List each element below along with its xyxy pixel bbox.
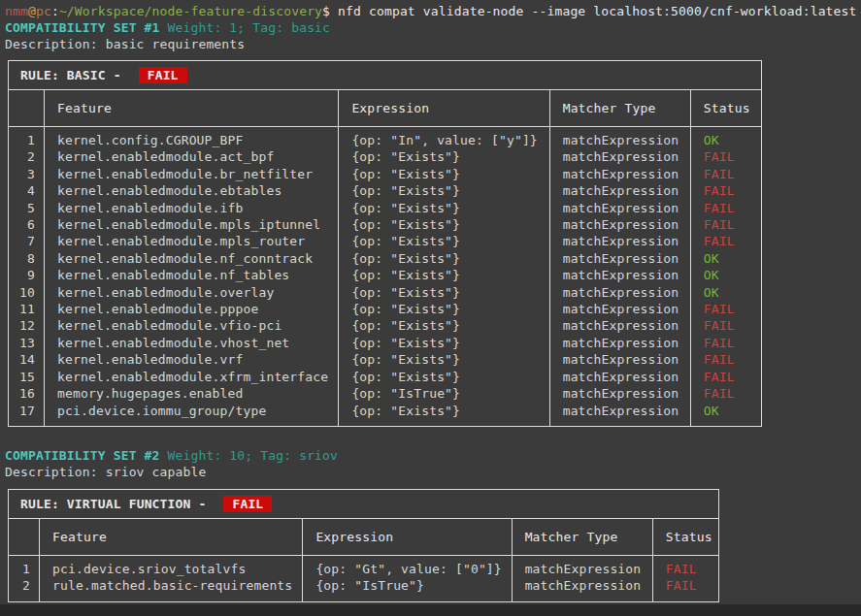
row-number: 1 — [9, 127, 45, 149]
status-cell: FAIL — [690, 335, 761, 351]
status-cell: OK — [690, 250, 761, 267]
feature-cell: kernel.enabledmodule.mpls_iptunnel — [45, 216, 339, 233]
table-row: 12kernel.enabledmodule.vfio-pci{op: "Exi… — [9, 317, 762, 334]
table-row: 5kernel.enabledmodule.ifb{op: "Exists"}m… — [9, 200, 762, 216]
feature-cell: kernel.enabledmodule.xfrm_interface — [45, 369, 339, 385]
status-cell: OK — [690, 284, 761, 301]
compat-set-1-description: Description: basic requirements — [5, 36, 245, 52]
expression-cell: {op: "Exists"} — [339, 351, 549, 368]
row-number: 13 — [9, 335, 45, 351]
terminal-bottom-edge — [0, 604, 861, 616]
rule-status-badge: FAIL — [223, 496, 272, 512]
row-number: 2 — [9, 577, 40, 601]
expression-cell: {op: "Exists"} — [339, 182, 549, 199]
column-header-index — [9, 519, 40, 556]
terminal[interactable]: nmm@pc:~/Workspace/node-feature-discover… — [0, 0, 861, 616]
table-row: 3kernel.enabledmodule.br_netfilter{op: "… — [9, 166, 762, 182]
rule-title-label: RULE: BASIC - — [20, 68, 129, 82]
matcher-type-cell: matchExpression — [549, 182, 690, 199]
command-text: nfd compat validate-node --image localho… — [338, 4, 856, 18]
feature-cell: kernel.enabledmodule.overlay — [45, 284, 339, 301]
matcher-type-cell: matchExpression — [549, 317, 690, 334]
table-header-row: Feature Expression Matcher Type Status — [9, 519, 719, 556]
matcher-type-cell: matchExpression — [549, 403, 690, 427]
feature-cell: kernel.enabledmodule.nf_tables — [45, 267, 339, 283]
expression-cell: {op: "Exists"} — [339, 148, 549, 165]
row-number: 8 — [9, 250, 45, 267]
expression-cell: {op: "Exists"} — [339, 403, 549, 427]
row-number: 12 — [9, 317, 45, 334]
status-cell: FAIL — [690, 351, 761, 368]
table-row: 9kernel.enabledmodule.nf_tables{op: "Exi… — [9, 267, 762, 283]
expression-cell: {op: "Exists"} — [339, 250, 549, 267]
table-header-row: Feature Expression Matcher Type Status — [9, 90, 762, 127]
feature-cell: pci.device.sriov_totalvfs — [40, 556, 303, 578]
row-number: 10 — [9, 284, 45, 301]
row-number: 7 — [9, 233, 45, 249]
feature-cell: rule.matched.basic-requirements — [40, 577, 303, 601]
table-row: 2rule.matched.basic-requirements{op: "Is… — [9, 577, 719, 601]
row-number: 15 — [9, 369, 45, 385]
matcher-type-cell: matchExpression — [549, 216, 690, 233]
expression-cell: {op: "Exists"} — [339, 200, 549, 216]
row-number: 9 — [9, 267, 45, 283]
expression-cell: {op: "Exists"} — [339, 335, 549, 351]
column-header-feature: Feature — [45, 90, 339, 127]
compat-set-1-meta: Weight: 1; Tag: basic — [168, 20, 331, 35]
table-row: 14kernel.enabledmodule.vrf{op: "Exists"}… — [9, 351, 762, 368]
expression-cell: {op: "Exists"} — [339, 216, 549, 233]
expression-cell: {op: "Exists"} — [339, 301, 549, 317]
status-cell: OK — [690, 127, 761, 149]
table-row: 8kernel.enabledmodule.nf_conntrack{op: "… — [9, 250, 762, 267]
row-number: 14 — [9, 351, 45, 368]
expression-cell: {op: "Exists"} — [339, 166, 549, 182]
matcher-type-cell: matchExpression — [549, 166, 690, 182]
status-cell: OK — [690, 403, 761, 427]
row-number: 2 — [9, 148, 45, 165]
table-row: 13kernel.enabledmodule.vhost_net{op: "Ex… — [9, 335, 762, 351]
table-row: 11kernel.enabledmodule.pppoe{op: "Exists… — [9, 301, 762, 317]
matcher-type-cell: matchExpression — [549, 200, 690, 216]
compat-set-2-heading: COMPATIBILITY SET #2Weight: 10; Tag: sri… — [5, 447, 338, 464]
matcher-type-cell: matchExpression — [549, 148, 690, 165]
status-cell: FAIL — [690, 148, 761, 165]
rule-status-badge: FAIL — [139, 67, 187, 83]
rule-table: RULE: VIRTUAL FUNCTION - FAIL Feature Ex… — [8, 489, 719, 602]
rule-title-row: RULE: BASIC - FAIL — [9, 61, 762, 90]
matcher-type-cell: matchExpression — [549, 127, 690, 149]
status-cell: OK — [690, 267, 761, 283]
rule-title-row: RULE: VIRTUAL FUNCTION - FAIL — [9, 490, 719, 519]
column-header-matcher-type: Matcher Type — [512, 519, 652, 556]
prompt-path: ~/Workspace/node-feature-discovery — [59, 4, 322, 18]
feature-cell: pci.device.iommu_group/type — [45, 403, 339, 427]
rule-table: RULE: BASIC - FAIL Feature Expression Ma… — [8, 60, 762, 427]
row-number: 1 — [9, 556, 40, 578]
column-header-expression: Expression — [339, 90, 549, 127]
expression-cell: {op: "Gt", value: ["0"]} — [303, 556, 512, 578]
table-row: 7kernel.enabledmodule.mpls_router{op: "E… — [9, 233, 762, 249]
table-row: 4kernel.enabledmodule.ebtables{op: "Exis… — [9, 182, 762, 199]
prompt-hostname: pc — [36, 4, 51, 18]
expression-cell: {op: "Exists"} — [339, 233, 549, 249]
shell-prompt-line: nmm@pc:~/Workspace/node-feature-discover… — [5, 3, 857, 19]
expression-cell: {op: "Exists"} — [339, 369, 549, 385]
table-row: 15kernel.enabledmodule.xfrm_interface{op… — [9, 369, 762, 385]
matcher-type-cell: matchExpression — [512, 556, 652, 578]
column-header-expression: Expression — [303, 519, 512, 556]
matcher-type-cell: matchExpression — [549, 284, 690, 301]
status-cell: FAIL — [690, 317, 761, 334]
column-header-status: Status — [690, 90, 761, 127]
compat-set-2-description: Description: sriov capable — [5, 464, 206, 480]
rule-table-virtual-function: RULE: VIRTUAL FUNCTION - FAIL Feature Ex… — [8, 489, 719, 602]
table-row: 17pci.device.iommu_group/type{op: "Exist… — [9, 403, 762, 427]
prompt-colon: : — [51, 4, 59, 18]
matcher-type-cell: matchExpression — [549, 385, 690, 402]
column-header-feature: Feature — [40, 519, 303, 556]
row-number: 3 — [9, 166, 45, 182]
feature-cell: kernel.enabledmodule.ifb — [45, 200, 339, 216]
prompt-at-symbol: @ — [28, 4, 36, 18]
rule-title-label: RULE: VIRTUAL FUNCTION - — [20, 497, 214, 511]
row-number: 4 — [9, 182, 45, 199]
table-row: 2kernel.enabledmodule.act_bpf{op: "Exist… — [9, 148, 762, 165]
column-header-matcher-type: Matcher Type — [549, 90, 690, 127]
